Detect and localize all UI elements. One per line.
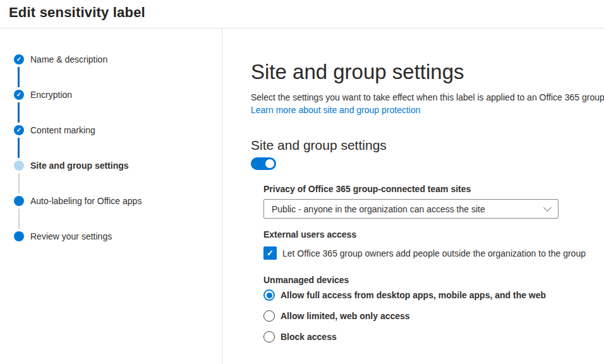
settings-form: Privacy of Office 365 group-connected te… [263,183,604,343]
step-label: Content marking [30,125,95,135]
step-completed-check-icon: ✓ [14,125,24,135]
radio-option-block-access[interactable]: Block access [263,331,604,343]
step-connector [18,173,20,193]
section-heading: Site and group settings [251,136,604,154]
step-label: Site and group settings [30,161,129,171]
step-connector [18,67,20,87]
step-connector [18,209,20,229]
radio-label: Allow full access from desktop apps, mob… [281,290,546,300]
main-content: Site and group settings Select the setti… [222,28,604,364]
radio-unselected-icon[interactable] [263,310,275,322]
sidebar-step-content-marking[interactable]: ✓ Content marking [0,112,222,148]
checkbox-checked-icon[interactable]: ✓ [263,246,277,260]
radio-selected-icon[interactable] [263,289,275,301]
step-label: Name & description [30,54,107,64]
step-upcoming-icon [14,231,24,241]
sidebar-step-site-group-settings[interactable]: Site and group settings [0,148,222,183]
radio-unselected-icon[interactable] [263,331,275,343]
sidebar-step-review-settings[interactable]: Review your settings [0,219,222,254]
page-header: Edit sensitivity label [0,0,604,28]
privacy-dropdown-value: Public - anyone in the organization can … [272,204,485,214]
radio-dot [267,293,272,298]
step-label: Encryption [30,90,72,100]
radio-label: Allow limited, web only access [281,311,410,321]
chevron-down-icon [543,203,552,212]
step-completed-check-icon: ✓ [14,90,24,100]
checkbox-label: Let Office 365 group owners add people o… [282,248,586,258]
step-current-icon [14,161,24,171]
radio-option-allow-limited-access[interactable]: Allow limited, web only access [263,310,604,322]
sidebar-step-encryption[interactable]: ✓ Encryption [0,77,222,112]
radio-option-allow-full-access[interactable]: Allow full access from desktop apps, mob… [263,289,604,301]
main-page-title: Site and group settings [251,59,604,85]
site-group-settings-toggle[interactable] [251,157,276,170]
page-description: Select the settings you want to take eff… [251,91,604,104]
step-connector [18,138,20,158]
step-connector [18,102,20,123]
step-label: Auto-labeling for Office apps [30,196,142,206]
wizard-steps-sidebar: ✓ Name & description ✓ Encryption ✓ Cont… [0,28,222,364]
step-label: Review your settings [30,231,112,241]
toggle-knob [265,159,274,168]
privacy-dropdown[interactable]: Public - anyone in the organization can … [263,199,559,219]
step-completed-check-icon: ✓ [14,54,24,64]
external-access-field-label: External users access [263,228,604,241]
wizard-layout: ✓ Name & description ✓ Encryption ✓ Cont… [0,28,604,364]
radio-label: Block access [281,332,337,342]
sidebar-step-auto-labeling[interactable]: Auto-labeling for Office apps [0,183,222,219]
unmanaged-devices-field-label: Unmanaged devices [263,274,604,286]
page-title: Edit sensitivity label [9,4,604,21]
sidebar-step-name-description[interactable]: ✓ Name & description [0,42,222,77]
external-access-checkbox-row[interactable]: ✓ Let Office 365 group owners add people… [263,246,604,260]
step-upcoming-icon [14,196,24,206]
privacy-field-label: Privacy of Office 365 group-connected te… [263,183,604,195]
learn-more-link[interactable]: Learn more about site and group protecti… [251,104,604,116]
